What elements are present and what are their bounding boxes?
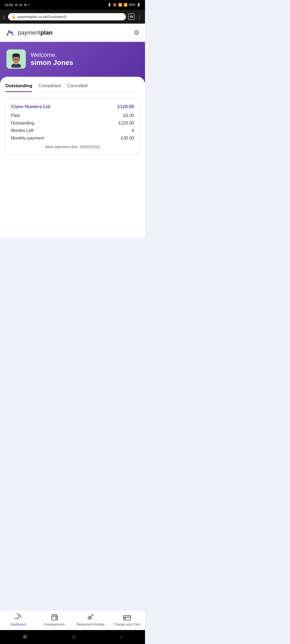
- browser-menu-icon[interactable]: ⋮: [137, 13, 142, 20]
- plan-row-monthly: Monthly payment £30.00: [11, 136, 134, 141]
- plan-row-months: Months Left 4: [11, 128, 134, 133]
- status-bar: 15:06 ✉ ✉ ✉ • 🔋 🔇 📶 📶 66% 🔋: [0, 0, 145, 10]
- next-payment-due: Next payment due: 02/02/2022: [11, 144, 134, 149]
- battery-percent: 66%: [129, 3, 135, 7]
- outstanding-label: Outstanding: [11, 121, 34, 126]
- url-bar[interactable]: 🔒 paymentplan.co.uk/Customer/D: [8, 13, 126, 20]
- greeting: Welcome,: [31, 52, 73, 58]
- status-left: 15:06 ✉ ✉ ✉ •: [4, 3, 30, 7]
- home-icon[interactable]: ⌂: [3, 14, 6, 20]
- time: 15:06: [4, 3, 13, 7]
- logo: paymentplan: [5, 28, 53, 38]
- mail-icon-2: ✉: [19, 3, 22, 7]
- mute-icon: 🔇: [113, 3, 117, 7]
- monthly-label: Monthly payment: [11, 136, 44, 141]
- plan-header: Claim Hunters Ltd £120.00: [11, 104, 134, 109]
- main-card: Outstanding Completed Cancelled Claim Hu…: [0, 77, 145, 238]
- app-header: paymentplan ⚙: [0, 24, 145, 42]
- user-name: simon Jones: [31, 58, 73, 67]
- status-right: 🔋 🔇 📶 📶 66% 🔋: [107, 3, 141, 7]
- logo-icon: [5, 28, 15, 38]
- plan-row-outstanding: Outstanding £120.00: [11, 121, 134, 126]
- svg-point-1: [7, 34, 8, 36]
- welcome-text: Welcome, simon Jones: [31, 52, 73, 67]
- tab-cancelled[interactable]: Cancelled: [67, 83, 88, 92]
- paid-value: £0.00: [123, 113, 134, 118]
- tab-outstanding[interactable]: Outstanding: [5, 83, 32, 92]
- dot-indicator: •: [28, 3, 30, 7]
- mail-icon-3: ✉: [24, 3, 27, 7]
- outstanding-value: £120.00: [118, 121, 134, 126]
- plan-row-paid: Paid £0.00: [11, 113, 134, 118]
- signal-icon: 📶: [124, 3, 128, 7]
- svg-point-15: [18, 59, 19, 60]
- settings-icon[interactable]: ⚙: [134, 29, 140, 36]
- tabs: Outstanding Completed Cancelled: [5, 83, 140, 92]
- svg-rect-7: [12, 55, 13, 58]
- svg-point-14: [14, 59, 15, 60]
- avatar: [6, 49, 26, 69]
- tab-count[interactable]: 59: [128, 13, 135, 20]
- months-value: 4: [132, 128, 134, 133]
- browser-bar: ⌂ 🔒 paymentplan.co.uk/Customer/D 59 ⋮: [0, 10, 145, 24]
- wifi-icon: 📶: [118, 3, 122, 7]
- logo-text: paymentplan: [18, 29, 53, 36]
- svg-point-6: [12, 53, 20, 57]
- battery-icon: 🔋: [137, 3, 141, 7]
- months-label: Months Left: [11, 128, 34, 133]
- url-text: paymentplan.co.uk/Customer/D: [17, 15, 66, 19]
- plan-total: £120.00: [118, 104, 134, 109]
- paid-label: Paid: [11, 113, 20, 118]
- company-name: Claim Hunters Ltd: [11, 104, 50, 109]
- tab-completed[interactable]: Completed: [39, 83, 61, 92]
- svg-rect-8: [19, 55, 20, 58]
- avatar-image: [8, 50, 25, 68]
- lock-icon: 🔒: [12, 15, 16, 19]
- mail-icon: ✉: [15, 3, 18, 7]
- battery-save-icon: 🔋: [107, 3, 111, 7]
- monthly-value: £30.00: [121, 136, 134, 141]
- plan-card: Claim Hunters Ltd £120.00 Paid £0.00 Out…: [5, 98, 140, 155]
